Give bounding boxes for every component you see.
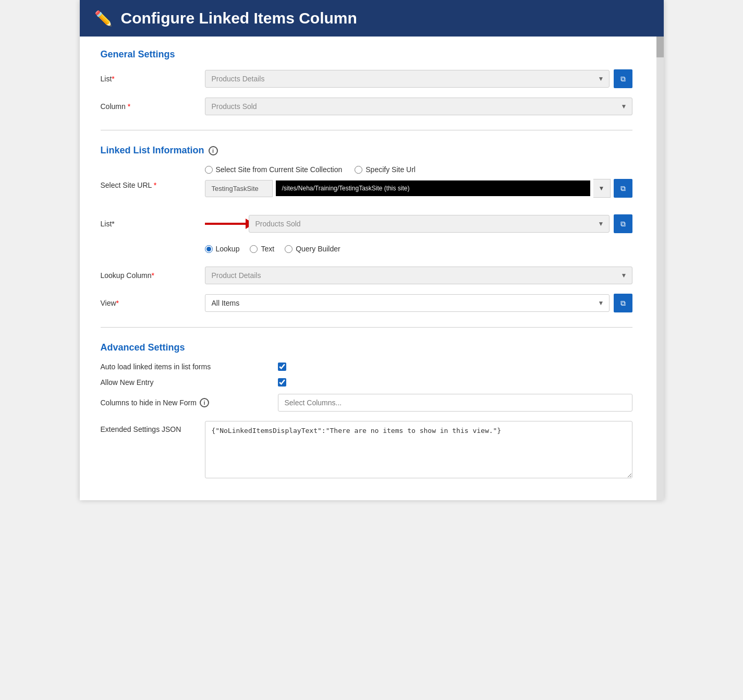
linked-list-field-row: List* Products Sold ▼ ⧉ [101,214,632,233]
divider-1 [101,130,632,130]
site-url-dropdown-button[interactable]: ▼ [593,179,611,198]
allow-new-entry-label: Allow New Entry [101,378,278,387]
list-label: List* [101,75,205,83]
lookup-options-row: Lookup Text Query Builder [101,240,632,257]
view-select-wrapper: All Items ▼ [205,294,610,312]
site-url-external-link-button[interactable]: ⧉ [614,179,632,198]
linked-list-info-icon: i [209,146,218,155]
columns-hide-row: Columns to hide in New Form i [101,394,632,412]
linked-list-select[interactable]: Products Sold [249,215,610,233]
extended-json-textarea[interactable]: {"NoLinkedItemsDisplayText":"There are n… [205,421,632,478]
header: ✏️ Configure Linked Items Column [80,0,664,37]
linked-list-heading: Linked List Information i [101,145,632,156]
divider-2 [101,327,632,328]
site-url-text: TestingTaskSite [205,180,273,197]
radio-lookup[interactable]: Lookup [205,245,240,253]
page-title: Configure Linked Items Column [121,9,357,27]
header-icon: ✏️ [94,10,113,27]
linked-list-external-link-button[interactable]: ⧉ [614,214,632,233]
column-label: Column * [101,102,205,111]
column-select-wrapper: Products Sold ▼ [205,98,632,115]
select-site-url-label: Select Site URL * [101,181,205,189]
radio-specify-url-input[interactable] [355,166,362,174]
advanced-settings-heading: Advanced Settings [101,342,632,353]
list-select[interactable]: Products Details [205,70,610,88]
radio-query-builder-input[interactable] [285,245,293,253]
scrollbar[interactable] [656,37,664,500]
linked-list-select-wrapper: Products Sold ▼ [249,215,610,233]
list-field-row: List* Products Details ▼ ⧉ [101,69,632,88]
extended-json-label: Extended Settings JSON [101,421,205,433]
lookup-column-row: Lookup Column* Product Details ▼ [101,267,632,284]
auto-load-row: Auto load linked items in list forms [101,363,632,371]
radio-lookup-input[interactable] [205,245,213,253]
radio-query-builder[interactable]: Query Builder [285,245,340,253]
list-external-link-button[interactable]: ⧉ [614,69,632,88]
select-site-url-row: Select Site URL * Select Site from Curre… [101,165,632,205]
column-select[interactable]: Products Sold [205,98,632,115]
list-select-wrapper: Products Details ▼ [205,70,610,88]
auto-load-label: Auto load linked items in list forms [101,363,278,371]
scrollbar-thumb[interactable] [656,37,664,57]
lookup-radio-group: Lookup Text Query Builder [205,240,340,257]
view-select[interactable]: All Items [205,294,610,312]
view-external-link-button[interactable]: ⧉ [614,294,632,312]
radio-specify-url[interactable]: Specify Site Url [355,165,416,174]
arrow-indicator [205,223,247,225]
lookup-column-select-wrapper: Product Details ▼ [205,267,632,284]
radio-current-site-input[interactable] [205,166,213,174]
radio-text[interactable]: Text [250,245,274,253]
columns-hide-label: Columns to hide in New Form i [101,398,278,407]
radio-current-site[interactable]: Select Site from Current Site Collection [205,165,343,174]
lookup-column-select[interactable]: Product Details [205,267,632,284]
auto-load-checkbox[interactable] [278,363,286,371]
site-url-display-row: TestingTaskSite /sites/Neha/Training/Tes… [205,179,632,198]
columns-hide-input[interactable] [278,394,632,412]
extended-json-row: Extended Settings JSON {"NoLinkedItemsDi… [101,421,632,478]
general-settings-heading: General Settings [101,49,632,60]
allow-new-entry-checkbox[interactable] [278,378,286,387]
site-url-radio-group: Select Site from Current Site Collection… [205,165,632,174]
view-field-row: View* All Items ▼ ⧉ [101,294,632,312]
arrow-shaft [205,223,247,225]
linked-list-label: List* [101,220,205,228]
allow-new-entry-row: Allow New Entry [101,378,632,387]
columns-hide-info-icon: i [200,398,209,407]
view-label: View* [101,299,205,307]
radio-text-input[interactable] [250,245,258,253]
column-field-row: Column * Products Sold ▼ [101,98,632,115]
lookup-column-label: Lookup Column* [101,271,205,280]
site-url-dark-overlay: /sites/Neha/Training/TestingTaskSite (th… [276,180,590,196]
